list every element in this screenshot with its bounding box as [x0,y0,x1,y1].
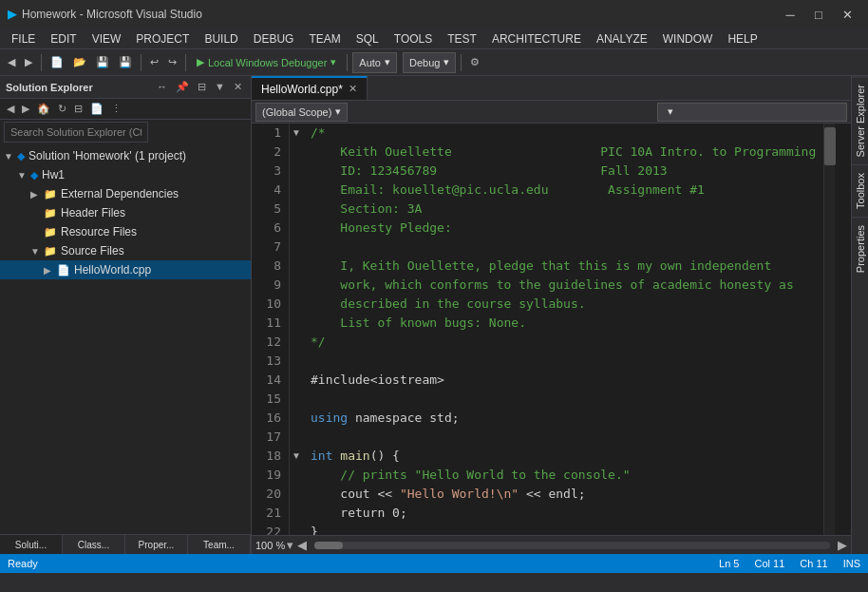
code-19[interactable]: // prints "Hello World to the console." [303,466,823,485]
editor-tab-helloworld[interactable]: HelloWorld.cpp* ✕ [252,76,368,100]
extra-toolbar-btn[interactable]: ⚙ [466,52,483,73]
code-12[interactable]: */ [303,333,823,352]
minimize-button[interactable]: ─ [777,5,803,24]
editor-scrollbar[interactable] [823,124,835,535]
menu-file[interactable]: FILE [4,29,43,49]
code-21[interactable]: return 0; [303,504,823,523]
menu-test[interactable]: TEST [440,29,484,49]
se-show-files[interactable]: 📄 [87,102,106,116]
menu-window[interactable]: WINDOW [655,29,721,49]
zoom-dropdown-btn[interactable]: ▾ [287,538,293,552]
line-10: 10 described in the course syllabus. [252,295,823,314]
tab-team[interactable]: Team... [188,535,251,554]
menu-view[interactable]: VIEW [85,29,129,49]
redo-button[interactable]: ↪ [164,52,180,73]
run-dropdown-icon: ▾ [330,56,336,68]
code-5[interactable]: Section: 3A [303,200,823,219]
run-button[interactable]: ▶ Local Windows Debugger ▾ [191,52,342,73]
fold-1[interactable]: ▼ [290,124,303,143]
tree-node-resource-files[interactable]: ▶ 📁 Resource Files [0,222,251,241]
back-button[interactable]: ◀ [4,52,19,73]
menu-team[interactable]: TEAM [301,29,348,49]
code-11[interactable]: List of known bugs: None. [303,314,823,333]
config-dropdown[interactable]: Auto ▾ [352,52,397,73]
code-17[interactable] [303,428,823,447]
se-close-icon[interactable]: ✕ [231,80,245,94]
scope-dropdown-right[interactable]: ▾ [657,103,847,122]
tree-node-helloworld-cpp[interactable]: ▶ 📄 HelloWorld.cpp [0,260,251,279]
line-19: 19 // prints "Hello World to the console… [252,466,823,485]
icon-source-files: 📁 [44,245,57,258]
tab-properties[interactable]: Proper... [125,535,188,554]
menu-edit[interactable]: EDIT [43,29,84,49]
menu-debug[interactable]: DEBUG [246,29,302,49]
menu-project[interactable]: PROJECT [128,29,197,49]
scope-dropdown-left[interactable]: (Global Scope) ▾ [255,103,348,122]
save-all-button[interactable]: 💾 [115,52,136,73]
se-collapse-all[interactable]: ⊟ [71,102,85,116]
open-button[interactable]: 📂 [69,52,90,73]
scrollbar-thumb[interactable] [824,127,836,165]
save-button[interactable]: 💾 [92,52,113,73]
code-20[interactable]: cout << "Hello World!\n" << endl; [303,485,823,504]
scroll-right-btn[interactable]: ▶ [838,538,847,552]
se-pin-icon[interactable]: 📌 [173,80,192,94]
code-4[interactable]: Email: kouellet@pic.ucla.edu Assignment … [303,181,823,200]
tree-node-external-deps[interactable]: ▶ 📁 External Dependencies [0,184,251,203]
menu-analyze[interactable]: ANALYZE [589,29,655,49]
menu-sql[interactable]: SQL [349,29,387,49]
server-explorer-panel[interactable]: Server Explorer [852,76,868,164]
se-home[interactable]: 🏠 [34,102,53,116]
code-7[interactable] [303,238,823,257]
line-15: 15 [252,390,823,409]
code-1[interactable]: /* [303,124,823,143]
code-8[interactable]: I, Keith Ouellette, pledge that this is … [303,257,823,276]
se-collapse-icon[interactable]: ⊟ [195,80,209,94]
new-project-button[interactable]: 📄 [47,52,67,73]
maximize-button[interactable]: □ [805,5,832,24]
undo-button[interactable]: ↩ [146,52,162,73]
code-15[interactable] [303,390,823,409]
solution-explorer-search[interactable] [4,122,148,143]
se-refresh[interactable]: ↻ [55,102,69,116]
debug-dropdown[interactable]: Debug ▾ [403,52,456,73]
editor-tab-close[interactable]: ✕ [349,83,357,95]
tab-class[interactable]: Class... [63,535,125,554]
code-18[interactable]: int main() { [303,447,823,466]
menu-help[interactable]: HELP [720,29,764,49]
menu-architecture[interactable]: ARCHITECTURE [484,29,589,49]
editor-content[interactable]: 1 ▼ /* 2 Keith Ouellette PIC 10A Intro. … [252,124,851,535]
code-10[interactable]: described in the course syllabus. [303,295,823,314]
menu-build[interactable]: BUILD [197,29,245,49]
code-16[interactable]: using namespace std; [303,409,823,428]
se-more[interactable]: ⋮ [108,102,124,116]
tree-node-hw1[interactable]: ▼ ◆ Hw1 [0,165,251,184]
toolbox-panel[interactable]: Toolbox [852,164,868,217]
tree-node-source-files[interactable]: ▼ 📁 Source Files [0,241,251,260]
code-14[interactable]: #include<iostream> [303,371,823,390]
menu-tools[interactable]: TOOLS [387,29,440,49]
se-settings-icon[interactable]: ▼ [212,80,228,94]
code-9[interactable]: work, which conforms to the guidelines o… [303,276,823,295]
horizontal-scrollbar[interactable] [314,542,830,549]
tree-node-header-files[interactable]: ▶ 📁 Header Files [0,203,251,222]
code-6[interactable]: Honesty Pledge: [303,219,823,238]
properties-panel[interactable]: Properties [852,217,868,280]
se-nav-fwd[interactable]: ▶ [19,102,32,116]
horizontal-scroll-thumb[interactable] [314,542,343,549]
arrow-external-deps: ▶ [30,189,44,200]
tab-solution[interactable]: Soluti... [0,535,63,554]
tree-node-solution[interactable]: ▼ ◆ Solution 'Homework' (1 project) [0,146,251,165]
close-button[interactable]: ✕ [834,5,860,24]
se-nav-back[interactable]: ◀ [4,102,17,116]
se-sync-icon[interactable]: ↔ [154,80,170,94]
scope-label: (Global Scope) [262,106,331,118]
scroll-left-btn[interactable]: ◀ [297,538,307,552]
fold-18[interactable]: ▼ [290,447,303,466]
label-solution: Solution 'Homework' (1 project) [28,149,186,162]
code-2[interactable]: Keith Ouellette PIC 10A Intro. to Progra… [303,143,823,162]
code-3[interactable]: ID: 123456789 Fall 2013 [303,162,823,181]
forward-button[interactable]: ▶ [21,52,36,73]
code-22[interactable]: } [303,523,823,535]
code-13[interactable] [303,352,823,371]
